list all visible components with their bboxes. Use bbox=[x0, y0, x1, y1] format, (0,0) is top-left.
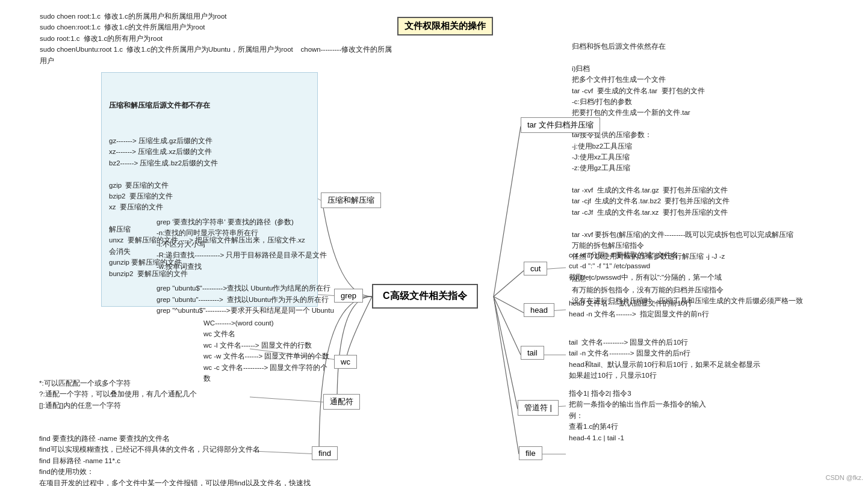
tar-node: tar 文件归档并压缩 bbox=[521, 117, 600, 133]
file-permission-title: 文件权限相关的操作 bbox=[397, 17, 493, 35]
pipe-node: 管道符 | bbox=[518, 400, 559, 416]
head-node: head bbox=[524, 303, 554, 317]
find-content: find 要查找的路径 -name 要查找的文件名 find可以实现模糊查找，已… bbox=[39, 433, 313, 486]
wc-content: WC------->(word count) wc 文件名 wc -l 文件名-… bbox=[203, 318, 335, 384]
pipe-content: 指令1| 指令2| 指令3 把前一条指令的输出当作后一条指令的输入 例： 查看1… bbox=[569, 388, 798, 443]
tail-node: tail bbox=[521, 346, 544, 360]
cut-content: cut -d "分隔" -f"要截取的域" 文件名 cut -d ":" -f … bbox=[569, 250, 828, 283]
file-node: file bbox=[519, 446, 542, 460]
wildcard-content: *:可以匹配配一个或多个字符 ?:通配一个字符，可以叠加使用，有几个通配几个 [… bbox=[39, 378, 214, 411]
wc-node: wc bbox=[334, 355, 357, 369]
tail-content: tail 文件名---------> 固显文件的后10行 tail -n 文件名… bbox=[569, 337, 846, 381]
grep-node: grep bbox=[334, 289, 363, 303]
grep-content: grep '要查找的字符串' 要查找的路径 (参数) -n:查找的同时显示字符串… bbox=[157, 217, 334, 316]
wildcard-node: 通配符 bbox=[323, 394, 360, 410]
center-node: C高级文件相关指令 bbox=[372, 284, 478, 309]
head-content: head 文件名-----默认固显文件的前10行 head -n 文件名----… bbox=[569, 298, 828, 320]
find-node: find bbox=[312, 446, 338, 460]
watermark: CSDN @fkz. bbox=[825, 474, 863, 481]
top-commands-text: sudo choen root:1.c 修改1.c的所属用户和所属组用户为roo… bbox=[40, 11, 395, 66]
compress-node: 压缩和解压缩 bbox=[321, 192, 381, 208]
cut-node: cut bbox=[524, 262, 547, 275]
compress-box-title: 压缩和解压缩后源文件都不存在 bbox=[109, 100, 310, 111]
